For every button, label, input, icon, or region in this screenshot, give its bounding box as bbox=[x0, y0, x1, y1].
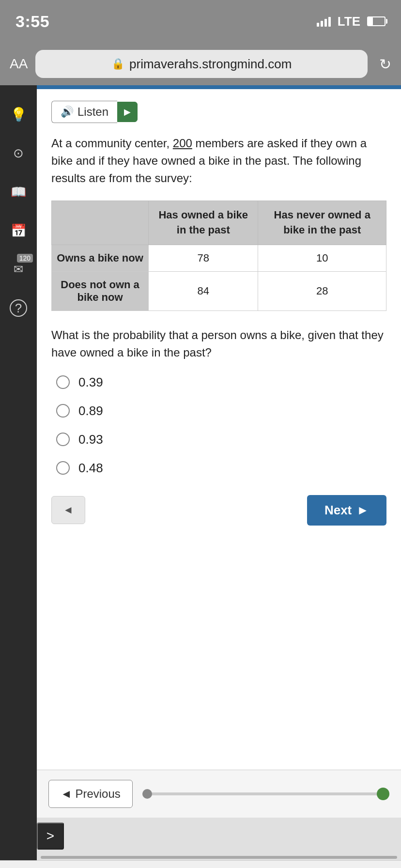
sidebar-item-calendar[interactable]: 📅 bbox=[0, 211, 37, 250]
next-label: Next bbox=[324, 503, 352, 518]
table-col1-header: Has owned a bike in the past bbox=[149, 201, 258, 245]
status-time: 3:55 bbox=[15, 12, 49, 31]
next-button[interactable]: Next ► bbox=[307, 495, 386, 526]
question-intro: At a community center, 200 members are a… bbox=[51, 135, 386, 187]
next-arrow-icon: ► bbox=[356, 503, 369, 518]
table-col2-header: Has never owned a bike in the past bbox=[258, 201, 386, 245]
radio-option-3[interactable]: 0.93 bbox=[56, 432, 386, 447]
survey-table: Has owned a bike in the past Has never o… bbox=[51, 201, 386, 311]
status-bar: 3:55 LTE bbox=[0, 0, 401, 43]
lock-icon: 🔒 bbox=[111, 58, 124, 70]
page-content: 🔊 Listen ▶ At a community center, 200 me… bbox=[37, 85, 401, 860]
lte-label: LTE bbox=[338, 14, 360, 29]
sidebar-item-book[interactable]: 📖 bbox=[0, 172, 37, 211]
table-row2-col2: 28 bbox=[258, 271, 386, 310]
sidebar-item-help[interactable]: ? bbox=[0, 289, 37, 327]
status-icons: LTE bbox=[317, 14, 386, 29]
radio-label-4: 0.48 bbox=[78, 461, 103, 476]
battery-icon bbox=[367, 16, 386, 26]
table-row-1: Owns a bike now 78 10 bbox=[52, 245, 386, 271]
slider-thumb-start bbox=[142, 789, 152, 799]
table-row1-col1: 78 bbox=[149, 245, 258, 271]
ios-nav-bar: ‹ › bbox=[0, 860, 401, 868]
table-row-2: Does not own a bike now 84 28 bbox=[52, 271, 386, 310]
radio-label-3: 0.93 bbox=[78, 432, 103, 447]
table-row1-col2: 10 bbox=[258, 245, 386, 271]
radio-circle-4[interactable] bbox=[56, 461, 70, 475]
forward-arrow-icon: > bbox=[46, 828, 54, 844]
sidebar: 💡 ⊙ 📖 📅 ✉ 120 ? bbox=[0, 85, 37, 860]
mail-icon: ✉ bbox=[14, 263, 23, 276]
table-row2-col1: 84 bbox=[149, 271, 258, 310]
radio-label-1: 0.39 bbox=[78, 375, 103, 390]
back-arrow-icon: ◄ bbox=[63, 504, 74, 516]
dashboard-icon: ⊙ bbox=[13, 146, 24, 161]
progress-bar bbox=[37, 85, 401, 89]
aa-label[interactable]: AA bbox=[10, 56, 28, 72]
signal-icon bbox=[317, 16, 331, 27]
radio-option-4[interactable]: 0.48 bbox=[56, 461, 386, 476]
radio-circle-3[interactable] bbox=[56, 433, 70, 446]
back-button[interactable]: ◄ bbox=[51, 496, 85, 524]
slider-thumb-end bbox=[377, 788, 389, 800]
forward-arrow-button[interactable]: > bbox=[37, 822, 64, 850]
lightbulb-icon: 💡 bbox=[10, 107, 27, 123]
nav-buttons: ◄ Next ► bbox=[51, 495, 386, 526]
table-row1-header: Owns a bike now bbox=[52, 245, 149, 271]
probability-question: What is the probability that a person ow… bbox=[51, 326, 386, 361]
browser-bar: AA 🔒 primaverahs.strongmind.com ↻ bbox=[0, 43, 401, 85]
table-empty-header bbox=[52, 201, 149, 245]
radio-option-1[interactable]: 0.39 bbox=[56, 375, 386, 390]
listen-label: Listen bbox=[77, 105, 108, 119]
radio-options: 0.39 0.89 0.93 0.48 bbox=[51, 375, 386, 476]
sidebar-item-mail[interactable]: ✉ 120 bbox=[0, 250, 37, 289]
progress-fill bbox=[37, 85, 401, 89]
bottom-section: ◄ Previous bbox=[37, 770, 401, 818]
calendar-icon: 📅 bbox=[11, 223, 26, 238]
listen-button[interactable]: 🔊 Listen bbox=[51, 101, 117, 123]
play-icon: ▶ bbox=[124, 107, 131, 117]
radio-label-2: 0.89 bbox=[78, 403, 103, 418]
previous-button[interactable]: ◄ Previous bbox=[48, 780, 133, 808]
previous-label: ◄ Previous bbox=[61, 787, 121, 801]
sidebar-item-dashboard[interactable]: ⊙ bbox=[0, 134, 37, 172]
url-text: primaverahs.strongmind.com bbox=[129, 57, 292, 72]
sidebar-item-lightbulb[interactable]: 💡 bbox=[0, 95, 37, 134]
radio-circle-1[interactable] bbox=[56, 375, 70, 389]
radio-circle-2[interactable] bbox=[56, 404, 70, 418]
url-bar[interactable]: 🔒 primaverahs.strongmind.com bbox=[35, 50, 368, 78]
reload-icon[interactable]: ↻ bbox=[379, 56, 391, 73]
play-button[interactable]: ▶ bbox=[117, 102, 138, 122]
progress-slider[interactable] bbox=[142, 792, 389, 795]
help-icon: ? bbox=[10, 299, 27, 317]
listen-bar: 🔊 Listen ▶ bbox=[51, 101, 386, 123]
radio-option-2[interactable]: 0.89 bbox=[56, 403, 386, 418]
speaker-icon: 🔊 bbox=[61, 106, 74, 118]
book-icon: 📖 bbox=[11, 185, 26, 200]
mail-badge: 120 bbox=[17, 254, 33, 263]
table-row2-header: Does not own a bike now bbox=[52, 271, 149, 310]
